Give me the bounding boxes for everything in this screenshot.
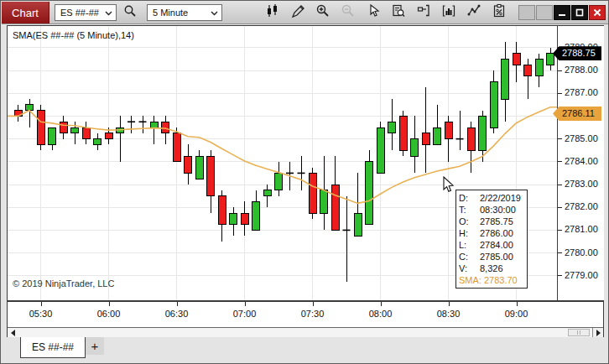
indicators-button[interactable] [439, 3, 459, 22]
candle [94, 133, 102, 150]
candle-body [377, 127, 384, 173]
minimize-button[interactable] [554, 5, 570, 20]
candle-body [82, 127, 90, 139]
time-axis[interactable]: 05:3006:0006:3007:0007:3008:0008:3009:00 [8, 300, 603, 327]
instrument-select[interactable]: ES ##-## [55, 4, 117, 21]
zoom-in-button[interactable] [313, 3, 333, 22]
candle [139, 116, 147, 133]
y-axis-tick [558, 185, 562, 185]
candle-body [195, 156, 203, 179]
sma-value-badge: 2786.11 [553, 107, 601, 121]
candle-body [207, 156, 215, 196]
candle [535, 54, 543, 88]
tooltip-row: H:2786.00 [459, 227, 524, 239]
y-axis-label: 2783.00 [565, 179, 598, 189]
chart-window: Chart ES ##-## 5 Minute [0, 0, 609, 364]
cursor-mode-button[interactable] [363, 3, 383, 22]
indicators-icon [441, 3, 456, 22]
scroll-right-button[interactable] [592, 328, 603, 337]
candle-body [94, 139, 102, 145]
candle [230, 207, 237, 236]
candle [128, 116, 135, 133]
candle [399, 111, 407, 156]
cursor-arrow-icon [366, 3, 381, 22]
y-axis-label: 2787.00 [565, 87, 598, 97]
candle [207, 150, 215, 213]
tab-instrument[interactable]: ES ##-## [20, 337, 86, 358]
tooltip-row: V:8,326 [459, 263, 524, 274]
candle [241, 201, 248, 236]
x-axis-tick [449, 302, 450, 306]
interval-select[interactable]: 5 Minute [147, 4, 222, 21]
scroll-left-button[interactable] [8, 328, 18, 337]
triangle-left-icon [11, 330, 15, 336]
candle-body [241, 213, 248, 225]
y-axis-tick [558, 207, 562, 208]
title-bar: Chart ES ##-## 5 Minute [2, 2, 608, 24]
candle-body [388, 122, 396, 133]
tooltip-row-value: 8,326 [480, 263, 503, 274]
candle [422, 87, 429, 173]
tooltip-row-value: 2783.70 [484, 274, 518, 286]
price-axis[interactable]: 2788.75 2786.11 2789.002788.002787.00278… [557, 26, 604, 300]
candle-body [230, 213, 237, 225]
tooltip-row-value: 2785.00 [480, 251, 513, 263]
candle-body [445, 122, 452, 138]
tooltip-row-value: 2785.75 [480, 216, 513, 227]
maximize-button[interactable] [571, 5, 588, 20]
candle-body [535, 59, 543, 75]
x-axis-label: 07:30 [301, 309, 325, 319]
candle-body [411, 139, 419, 156]
chart-trader-button[interactable] [414, 3, 434, 22]
window-button-blank-1[interactable] [518, 5, 535, 20]
candle-body [524, 65, 532, 76]
candle-body [547, 54, 554, 65]
indicator-label: SMA(ES ##-## (5 Minute),14) [13, 30, 134, 40]
candlestick-style-icon [265, 3, 280, 22]
close-button[interactable] [589, 5, 606, 20]
candle-body [434, 127, 441, 144]
y-axis-tick [558, 138, 562, 139]
tooltip-row: T:08:30:00 [459, 204, 524, 216]
x-axis-label: 06:30 [165, 309, 189, 319]
chart-trader-icon [416, 3, 431, 22]
candle-body [422, 133, 429, 145]
x-axis-tick [177, 302, 178, 306]
properties-button[interactable] [489, 3, 509, 22]
candle [252, 190, 260, 231]
close-icon [593, 5, 601, 20]
tooltip-row-label: H: [459, 227, 477, 239]
candle [195, 150, 203, 179]
tooltip-row-label: C: [459, 251, 477, 263]
zoom-out-button[interactable] [338, 3, 358, 22]
candle [343, 196, 351, 282]
candle [366, 150, 373, 224]
candle-body [331, 185, 339, 230]
y-axis-label: 2781.00 [565, 224, 598, 234]
drawing-tools-button[interactable] [288, 3, 308, 22]
instrument-search-button[interactable] [120, 3, 140, 22]
tab-bar: ES ##-## + [7, 337, 104, 361]
candle-body [37, 111, 44, 145]
y-axis-label: 2784.00 [565, 156, 598, 166]
line-scatter-icon [466, 3, 481, 22]
tooltip-row: D:2/22/2019 [459, 192, 524, 204]
add-tab-button[interactable]: + [86, 337, 104, 355]
tooltip-row-label: V: [459, 263, 477, 274]
bar-style-button[interactable] [263, 3, 283, 22]
clipboard-percent-icon [492, 3, 507, 22]
data-box-button[interactable] [388, 3, 409, 22]
y-axis-tick [558, 252, 562, 253]
candle [298, 156, 305, 190]
horizontal-scrollbar[interactable] [8, 327, 603, 337]
candle [150, 116, 158, 144]
candle [434, 105, 441, 145]
y-axis-tick [558, 275, 562, 276]
candle-body [366, 162, 373, 225]
x-axis-label: 07:00 [233, 309, 257, 319]
window-button-blank-2[interactable] [536, 5, 553, 20]
copyright-text: © 2019 NinjaTrader, LLC [13, 278, 114, 289]
candle [388, 99, 396, 150]
strategies-button[interactable] [464, 3, 484, 22]
scrollbar-thumb[interactable] [568, 329, 590, 336]
